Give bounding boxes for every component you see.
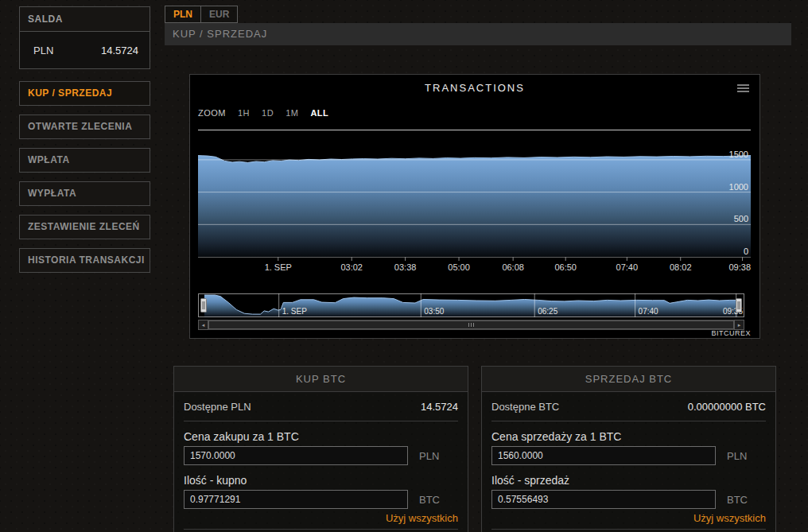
price-area [198,156,751,257]
balance-amount: 14.5724 [101,45,138,56]
sell-price-label: Cena sprzedaży za 1 BTC [491,430,766,443]
scrollbar-track[interactable] [208,320,734,330]
y-tick-label: 1500 [729,150,748,159]
buy-panel: KUP BTC Dostępne PLN 14.5724 Cena zakupu… [173,366,468,532]
x-tick-label: 08:02 [670,262,692,272]
balances-title: SALDA [20,7,150,32]
sell-amount-unit: BTC [727,494,748,506]
x-tick-label: 1. SEP [265,262,292,272]
hamburger-icon[interactable] [737,84,749,94]
sidebar-menu: KUP / SPRZEDAJOTWARTE ZLECENIAWPŁATAWYPŁ… [19,81,150,273]
buy-use-all-link[interactable]: Użyj wszystkich [184,512,458,524]
sidebar-item-zestawienie-zleceń[interactable]: ZESTAWIENIE ZLECEŃ [19,215,150,239]
sidebar-item-historia-transakcji[interactable]: HISTORIA TRANSAKCJI [19,248,150,273]
zoom-controls: ZOOM 1H1D1MALL [198,108,328,118]
x-tick-label: 05:00 [448,262,470,272]
sell-total-row: Razem 0 PLN [491,529,766,532]
chart-title: TRANSACTIONS [190,82,759,94]
navigator-scrollbar: ◂ ▸ [198,320,744,330]
balance-currency: PLN [33,45,53,56]
sidebar: SALDA PLN 14.5724 KUP / SPRZEDAJOTWARTE … [19,6,150,282]
sell-amount-row: BTC [491,490,766,509]
buy-amount-input[interactable] [184,490,408,509]
scrollbar-grip-icon [468,323,475,327]
sell-available-label: Dostępne BTC [491,401,559,413]
sell-price-row: PLN [491,446,766,465]
sell-available-value: 0.00000000 BTC [688,401,766,413]
range-1h[interactable]: 1H [238,108,250,118]
y-tick-label: 1000 [729,182,748,192]
x-tick-label: 03:02 [340,262,363,272]
x-tick-label: 09:38 [728,262,751,272]
buy-amount-row: BTC [184,490,458,509]
range-1m[interactable]: 1M [286,108,298,118]
buy-amount-unit: BTC [419,494,440,506]
navigator-chart[interactable]: 1. SEP03:5006:2507:4009:35 [198,293,744,319]
balances-box: SALDA PLN 14.5724 [19,6,150,69]
range-1d[interactable]: 1D [262,108,274,118]
buy-panel-body: Dostępne PLN 14.5724 Cena zakupu za 1 BT… [174,392,468,532]
sidebar-item-kup-sprzedaj[interactable]: KUP / SPRZEDAJ [19,81,150,106]
tab-pln[interactable]: PLN [165,6,201,23]
sell-panel-body: Dostępne BTC 0.00000000 BTC Cena sprzeda… [482,392,775,532]
navigator-tick-label: 07:40 [639,307,658,316]
sell-price-input[interactable] [491,446,716,465]
y-tick-label: 0 [744,247,748,256]
range-buttons: 1H1D1MALL [238,108,328,118]
sell-amount-label: Ilość - sprzedaż [491,474,766,487]
tab-eur[interactable]: EUR [201,6,238,23]
sell-panel: SPRZEDAJ BTC Dostępne BTC 0.00000000 BTC… [481,366,776,532]
x-tick-label: 03:38 [394,262,417,272]
price-area-chart: 0500100015001. SEP03:0203:3805:0006:0806… [198,144,751,275]
trading-screen: SALDA PLN 14.5724 KUP / SPRZEDAJOTWARTE … [0,0,808,532]
sell-panel-title: SPRZEDAJ BTC [482,367,775,392]
balance-row: PLN 14.5724 [20,32,150,68]
navigator-handle-right[interactable] [736,299,742,313]
navigator-tick-label: 1. SEP [282,307,307,316]
sidebar-item-wpłata[interactable]: WPŁATA [19,148,150,173]
sell-use-all-link[interactable]: Użyj wszystkich [491,512,766,524]
page-title: KUP / SPRZEDAJ [165,23,791,45]
zoom-label: ZOOM [198,108,226,118]
buy-available-row: Dostępne PLN 14.5724 [184,392,458,421]
buy-amount-label: Ilość - kupno [184,474,458,487]
scrollbar-thumb[interactable] [208,320,734,329]
buy-price-unit: PLN [419,450,439,462]
buy-available-label: Dostępne PLN [184,401,251,413]
chart-separator [198,130,751,130]
buy-price-row: PLN [184,446,458,465]
navigator-tick-label: 03:50 [424,307,444,316]
scroll-left-icon[interactable]: ◂ [198,320,208,330]
x-tick-label: 06:50 [554,262,577,272]
sell-price-unit: PLN [727,450,747,462]
transactions-chart-panel: TRANSACTIONS ZOOM 1H1D1MALL 050010001500… [189,74,760,339]
sidebar-item-otwarte-zlecenia[interactable]: OTWARTE ZLECENIA [19,115,150,139]
sell-available-row: Dostępne BTC 0.00000000 BTC [491,392,766,421]
buy-available-value: 14.5724 [421,401,458,413]
buy-price-label: Cena zakupu za 1 BTC [184,430,458,443]
currency-tabs: PLNEUR [165,6,238,23]
buy-price-input[interactable] [184,446,408,465]
navigator-handle-left[interactable] [201,299,207,313]
y-tick-label: 500 [734,214,748,223]
x-tick-label: 06:08 [502,262,524,272]
x-tick-label: 07:40 [616,262,639,272]
range-all[interactable]: ALL [310,108,328,118]
buy-total-row: Razem 0 PLN [184,529,458,532]
buy-panel-title: KUP BTC [174,367,468,392]
navigator-tick-label: 06:25 [538,307,557,316]
sidebar-item-wypłata[interactable]: WYPŁATA [19,181,150,206]
chart-credit: BITCUREX [711,329,751,337]
sell-amount-input[interactable] [491,490,716,509]
